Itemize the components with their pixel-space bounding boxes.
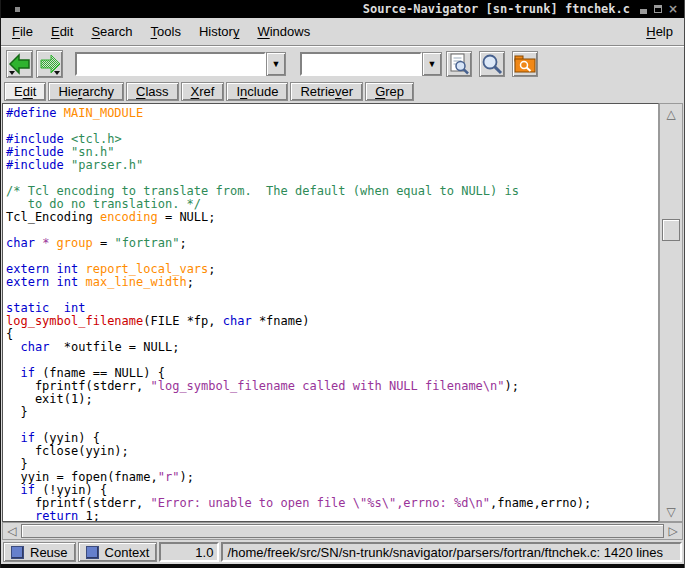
document-search-icon [447, 52, 471, 76]
code-line: fclose(yyin); [6, 445, 658, 458]
code-editor[interactable]: #define MAIN_MODULE #include <tcl.h>#inc… [2, 103, 659, 522]
toolbar: ▼ ▼ [1, 46, 684, 82]
code-line: exit(1); [6, 393, 658, 406]
tab-class[interactable]: Class [126, 82, 179, 101]
vertical-scrollbar-thumb[interactable] [662, 219, 680, 241]
search-project-button[interactable] [512, 51, 538, 77]
window-menu-icon[interactable] [15, 7, 20, 12]
minimize-icon [640, 9, 647, 14]
folder-search-icon [513, 52, 537, 76]
tab-edit[interactable]: Edit [4, 82, 46, 101]
reuse-indicator [11, 546, 24, 559]
symbol-input[interactable] [75, 52, 266, 76]
code-line [6, 419, 658, 432]
code-line: extern int max_line_width; [6, 276, 658, 289]
menubar: FileEditSearchToolsHistoryWindowsHelp [1, 18, 684, 46]
vertical-scrollbar[interactable]: △ ▽ [659, 103, 683, 522]
cursor-position-field: 1.0 [159, 542, 219, 562]
reuse-toggle[interactable]: Reuse [3, 542, 76, 562]
code-line: return 1; [6, 510, 658, 522]
context-indicator [86, 546, 99, 559]
tab-include[interactable]: Include [226, 82, 288, 101]
menu-tools[interactable]: Tools [142, 21, 190, 42]
window-title: Source-Navigator [sn-trunk] ftnchek.c [363, 0, 630, 18]
code-line [6, 289, 658, 302]
titlebar: Source-Navigator [sn-trunk] ftnchek.c × [1, 0, 684, 18]
pattern-dropdown-button[interactable]: ▼ [422, 52, 442, 76]
search-button[interactable] [479, 51, 505, 77]
source-navigator-window: Source-Navigator [sn-trunk] ftnchek.c × … [0, 0, 685, 568]
menu-history[interactable]: History [190, 21, 248, 42]
code-line: char *outfile = NULL; [6, 341, 658, 354]
pattern-input[interactable] [300, 52, 422, 76]
view-tabbar: EditHierarchyClassXrefIncludeRetrieverGr… [1, 82, 684, 103]
context-toggle[interactable]: Context [78, 542, 158, 562]
editor-area: #define MAIN_MODULE #include <tcl.h>#inc… [1, 103, 684, 540]
navigate-back-button[interactable] [6, 50, 33, 78]
magnifier-icon [480, 52, 504, 76]
close-icon: × [668, 3, 678, 15]
file-info-field: /home/freek/src/SN/sn-trunk/snavigator/p… [221, 542, 682, 562]
tab-grep[interactable]: Grep [365, 82, 414, 101]
tab-hierarchy[interactable]: Hierarchy [48, 82, 124, 101]
menu-windows[interactable]: Windows [248, 21, 319, 42]
code-text: #define MAIN_MODULE #include <tcl.h>#inc… [3, 104, 658, 522]
menu-file[interactable]: File [3, 21, 42, 42]
menu-help[interactable]: Help [637, 21, 682, 42]
window-controls: × [638, 3, 678, 15]
horizontal-scrollbar-thumb[interactable] [21, 524, 664, 538]
menu-search[interactable]: Search [82, 21, 141, 42]
vertical-scrollbar-trough[interactable] [660, 123, 682, 502]
symbol-dropdown-button[interactable]: ▼ [266, 52, 286, 76]
horizontal-scrollbar-trough[interactable] [21, 523, 664, 539]
scroll-down-icon[interactable]: ▽ [660, 502, 682, 521]
code-line: fprintf(stderr, "Error: unable to open f… [6, 497, 658, 510]
chevron-down-icon: ▼ [428, 60, 437, 69]
horizontal-scrollbar[interactable]: ◁ ▷ [2, 522, 683, 540]
forward-arrow-icon [38, 52, 62, 76]
menu-edit[interactable]: Edit [42, 21, 82, 42]
code-line: char * group = "fortran"; [6, 237, 658, 250]
context-label: Context [105, 545, 150, 560]
code-line: #include "parser.h" [6, 159, 658, 172]
symbol-combobox: ▼ [75, 52, 286, 76]
statusbar: Reuse Context 1.0 /home/freek/src/SN/sn-… [1, 540, 684, 564]
scroll-up-icon[interactable]: △ [660, 104, 682, 123]
reuse-label: Reuse [30, 545, 68, 560]
tab-retriever[interactable]: Retriever [290, 82, 363, 101]
pattern-combobox: ▼ [300, 52, 442, 76]
window-bottom-border [1, 564, 684, 568]
back-arrow-icon [8, 52, 32, 76]
code-line: log_symbol_filename(FILE *fp, char *fnam… [6, 315, 658, 328]
maximize-button[interactable] [653, 3, 663, 15]
close-button[interactable]: × [668, 3, 678, 15]
maximize-icon [654, 5, 662, 13]
navigate-forward-button[interactable] [36, 50, 63, 78]
search-in-file-button[interactable] [446, 51, 472, 77]
code-line: fprintf(stderr, "log_symbol_filename cal… [6, 380, 658, 393]
code-line: #define MAIN_MODULE [6, 107, 658, 120]
code-line: } [6, 406, 658, 419]
scroll-right-icon[interactable]: ▷ [664, 523, 682, 539]
tab-xref[interactable]: Xref [181, 82, 225, 101]
scroll-left-icon[interactable]: ◁ [3, 523, 21, 539]
minimize-button[interactable] [638, 3, 648, 15]
code-line: Tcl_Encoding encoding = NULL; [6, 211, 658, 224]
chevron-down-icon: ▼ [272, 60, 281, 69]
